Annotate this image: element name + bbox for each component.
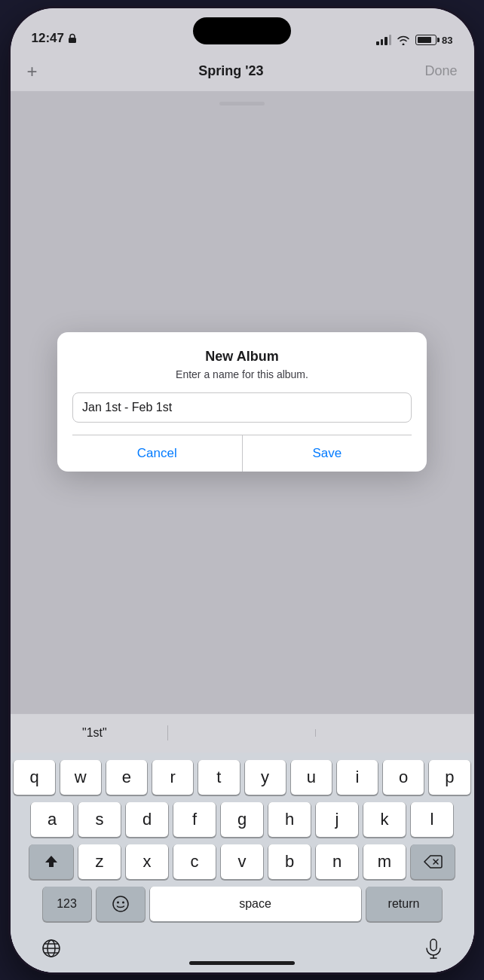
key-h[interactable]: h xyxy=(268,802,311,837)
key-l[interactable]: l xyxy=(411,802,453,837)
autocomplete-item-1[interactable]: "1st" xyxy=(21,720,169,746)
key-q[interactable]: q xyxy=(14,760,54,795)
delete-icon xyxy=(423,854,443,869)
dynamic-island xyxy=(193,17,291,44)
main-content: New Album Enter a name for this album. C… xyxy=(11,91,474,713)
wifi-icon xyxy=(397,35,410,45)
key-s[interactable]: s xyxy=(78,802,121,837)
key-z[interactable]: z xyxy=(78,844,121,879)
svg-rect-0 xyxy=(69,38,76,43)
microphone-icon[interactable] xyxy=(423,938,444,959)
battery-icon: 83 xyxy=(415,35,452,46)
key-w[interactable]: w xyxy=(60,760,101,795)
key-y[interactable]: y xyxy=(245,760,286,795)
dialog: New Album Enter a name for this album. C… xyxy=(57,332,427,472)
nav-bar: + Spring '23 Done xyxy=(11,52,474,91)
bottom-bar xyxy=(11,932,474,972)
autocomplete-bar: "1st" xyxy=(11,713,474,753)
home-indicator xyxy=(189,961,295,965)
lock-icon xyxy=(67,33,78,44)
key-j[interactable]: j xyxy=(316,802,358,837)
emoji-key[interactable] xyxy=(96,887,145,921)
key-d[interactable]: d xyxy=(126,802,168,837)
key-r[interactable]: r xyxy=(152,760,193,795)
key-row-2: a s d f g h j k l xyxy=(14,802,470,837)
key-i[interactable]: i xyxy=(337,760,378,795)
key-f[interactable]: f xyxy=(173,802,216,837)
key-row-4: 123 space return xyxy=(14,887,470,921)
keyboard-area: "1st" q w e r t y u i o p xyxy=(11,713,474,972)
key-a[interactable]: a xyxy=(31,802,73,837)
delete-key[interactable] xyxy=(411,844,455,879)
key-c[interactable]: c xyxy=(173,844,216,879)
dialog-subtitle: Enter a name for this album. xyxy=(72,368,412,380)
status-time: 12:47 xyxy=(32,31,78,46)
phone-frame: 12:47 83 xyxy=(11,8,474,972)
dialog-title: New Album xyxy=(72,349,412,365)
autocomplete-item-2[interactable] xyxy=(168,727,316,739)
key-x[interactable]: x xyxy=(126,844,168,879)
autocomplete-item-3[interactable] xyxy=(316,727,464,739)
key-g[interactable]: g xyxy=(221,802,263,837)
signal-icon xyxy=(376,35,391,45)
svg-point-5 xyxy=(122,901,124,903)
keyboard: q w e r t y u i o p a s d f g xyxy=(11,753,474,932)
shift-key[interactable] xyxy=(29,844,73,879)
space-key[interactable]: space xyxy=(150,887,361,921)
shift-icon xyxy=(43,853,60,870)
key-b[interactable]: b xyxy=(268,844,311,879)
page-title: Spring '23 xyxy=(198,63,263,79)
modal-overlay: New Album Enter a name for this album. C… xyxy=(11,91,474,713)
key-m[interactable]: m xyxy=(363,844,406,879)
done-button[interactable]: Done xyxy=(424,63,457,79)
album-name-input[interactable] xyxy=(72,392,412,423)
svg-point-4 xyxy=(117,901,119,903)
svg-rect-11 xyxy=(430,939,437,951)
key-row-1: q w e r t y u i o p xyxy=(14,760,470,795)
key-p[interactable]: p xyxy=(429,760,470,795)
return-key[interactable]: return xyxy=(366,887,442,921)
key-o[interactable]: o xyxy=(383,760,424,795)
dialog-buttons: Cancel Save xyxy=(72,435,412,472)
key-v[interactable]: v xyxy=(221,844,263,879)
key-u[interactable]: u xyxy=(291,760,332,795)
globe-icon[interactable] xyxy=(41,938,62,959)
key-k[interactable]: k xyxy=(363,802,406,837)
screen: 12:47 83 xyxy=(11,8,474,972)
numbers-key[interactable]: 123 xyxy=(43,887,91,921)
cancel-button[interactable]: Cancel xyxy=(72,435,243,472)
svg-point-3 xyxy=(113,896,128,911)
save-button[interactable]: Save xyxy=(243,435,412,472)
add-button[interactable]: + xyxy=(27,61,38,82)
emoji-icon xyxy=(111,894,130,914)
key-e[interactable]: e xyxy=(106,760,147,795)
key-t[interactable]: t xyxy=(198,760,239,795)
status-bar: 12:47 83 xyxy=(11,8,474,52)
key-n[interactable]: n xyxy=(316,844,358,879)
status-icons: 83 xyxy=(376,35,452,46)
key-row-3: z x c v b n m xyxy=(14,844,470,879)
